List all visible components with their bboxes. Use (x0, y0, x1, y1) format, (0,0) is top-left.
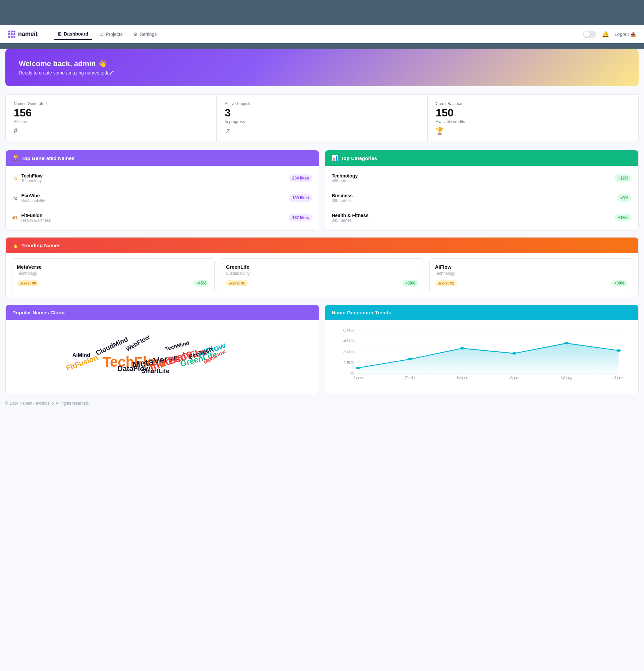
folder-icon: 🗂 (99, 31, 104, 37)
rank-badge: #3 (12, 215, 17, 220)
svg-text:Mar: Mar (456, 376, 467, 380)
trend-name: MetaVerse (17, 264, 209, 270)
logo-text: nameit (18, 30, 38, 38)
nav-settings[interactable]: ⚙ Settings (129, 29, 161, 40)
logout-icon: 📤 (630, 31, 636, 37)
word-cloud-header: Popular Names Cloud (6, 305, 319, 320)
arrow-up-icon: ↗ (225, 127, 419, 135)
trend-category: Technology (435, 271, 627, 276)
stat-credit-sub: Available credits (436, 119, 630, 124)
cat-count: 456 names (332, 178, 358, 183)
pct-badge: +45% (193, 280, 209, 287)
trend-name: GreenLife (226, 264, 418, 270)
name-title: FitFusion (21, 213, 51, 218)
score-badge: Score: 92 (435, 280, 457, 286)
svg-point-21 (616, 349, 621, 352)
likes-badge: 189 likes (289, 194, 312, 202)
word-cloud-body: TechFlowDataFlowMetaVerseEcoVibeInnovate… (6, 320, 319, 394)
pct-badge: +38% (402, 280, 418, 287)
name-category: Technology (21, 178, 42, 183)
svg-text:0: 0 (350, 372, 354, 376)
likes-badge: 234 likes (289, 175, 312, 182)
panels-row: 🏆 Top Generated Names #1 TechFlow Techno… (5, 150, 639, 230)
trend-name: AiFlow (435, 264, 627, 270)
stat-names-generated: Names Generated 156 All time # (5, 94, 217, 142)
svg-text:150: 150 (343, 361, 354, 365)
stat-projects-sub: In progress (225, 119, 419, 124)
main-content: Welcome back, admin 👋 Ready to create so… (0, 49, 644, 671)
svg-text:300: 300 (343, 350, 354, 354)
logo-icon (8, 30, 15, 38)
list-item: MetaVerse Technology Score: 98 +45% (11, 258, 215, 292)
rank-badge: #1 (12, 176, 17, 181)
list-item: Health & Fitness 345 names +15% (325, 208, 638, 227)
line-chart: 6004503001500JanFebMarAprMayJun (332, 327, 632, 384)
svg-point-18 (460, 347, 465, 350)
stat-credit-balance: Credit Balance 150 Available credits 🏆 (428, 94, 639, 142)
bottom-panels: Popular Names Cloud TechFlowDataFlowMeta… (5, 305, 639, 394)
fire-icon: 🔥 (12, 242, 19, 248)
chart-panel: Name Generation Trends 6004503001500JanF… (325, 305, 639, 394)
toggle-knob (584, 31, 590, 37)
top-categories-body: Technology 456 names +12% Business 389 n… (325, 166, 638, 230)
trend-category: Technology (17, 271, 209, 276)
stat-projects-label: Active Projects (225, 101, 419, 106)
name-category: Sustainability (21, 198, 45, 203)
cat-count: 345 names (332, 218, 369, 223)
stat-names-label: Names Generated (14, 101, 208, 106)
cat-count: 389 names (332, 198, 352, 203)
top-names-header: 🏆 Top Generated Names (6, 150, 319, 166)
logout-button[interactable]: Logout 📤 (615, 31, 636, 37)
word-cloud-panel: Popular Names Cloud TechFlowDataFlowMeta… (5, 305, 319, 394)
nav-dashboard[interactable]: ⊞ Dashboard (54, 28, 92, 40)
trophy-icon: 🏆 (12, 155, 19, 161)
word-cloud-word[interactable]: AiMind (73, 352, 90, 358)
footer: © 2024 Nameit - avxlabs.io. All rights r… (5, 401, 639, 406)
trending-section: 🔥 Trending Names MetaVerse Technology Sc… (5, 237, 639, 298)
stat-names-sub: All time (14, 119, 208, 124)
chart-header: Name Generation Trends (325, 305, 638, 320)
list-item: AiFlow Technology Score: 92 +30% (429, 258, 633, 292)
rank-badge: #2 (12, 195, 17, 201)
svg-point-17 (408, 358, 412, 360)
hash-icon: # (14, 127, 208, 135)
hero-subtitle: Ready to create some amazing names today… (19, 70, 625, 75)
theme-toggle[interactable] (583, 30, 596, 38)
word-cloud: TechFlowDataFlowMetaVerseEcoVibeInnovate… (12, 327, 312, 387)
word-cloud-word[interactable]: WebFlow (125, 333, 151, 353)
nav-projects[interactable]: 🗂 Projects (95, 29, 127, 40)
svg-text:Apr: Apr (509, 376, 519, 380)
list-item: Technology 456 names +12% (325, 168, 638, 188)
stat-credit-value: 150 (436, 107, 630, 118)
list-item: #3 FitFusion Health & Fitness 167 likes (6, 208, 319, 227)
top-categories-header: 📊 Top Categories (325, 150, 638, 166)
svg-text:450: 450 (343, 339, 354, 343)
trophy-icon: 🏆 (436, 127, 630, 135)
score-badge: Score: 95 (226, 280, 248, 286)
svg-text:Jun: Jun (613, 376, 623, 380)
top-categories-panel: 📊 Top Categories Technology 456 names +1… (325, 150, 639, 230)
name-title: EcoVibe (21, 193, 45, 198)
navbar: nameit ⊞ Dashboard 🗂 Projects ⚙ Settings… (0, 25, 644, 43)
top-names-panel: 🏆 Top Generated Names #1 TechFlow Techno… (5, 150, 319, 230)
stat-credit-label: Credit Balance (436, 101, 630, 106)
name-title: TechFlow (21, 173, 42, 178)
stats-row: Names Generated 156 All time # Active Pr… (5, 94, 639, 142)
chart-body: 6004503001500JanFebMarAprMayJun (325, 320, 638, 394)
chart-icon: 📊 (332, 155, 338, 161)
trending-header: 🔥 Trending Names (6, 238, 638, 253)
notification-bell-icon[interactable]: 🔔 (602, 30, 609, 38)
cat-name: Business (332, 193, 352, 198)
nav-right: 🔔 Logout 📤 (583, 30, 636, 38)
trend-category: Sustainability (226, 271, 418, 276)
svg-text:May: May (560, 376, 572, 380)
top-names-body: #1 TechFlow Technology 234 likes #2 EcoV… (6, 166, 319, 230)
likes-badge: 167 likes (289, 214, 312, 221)
list-item: #2 EcoVibe Sustainability 189 likes (6, 188, 319, 208)
word-cloud-word[interactable]: SmartLife (141, 368, 169, 375)
stat-active-projects: Active Projects 3 In progress ↗ (217, 94, 428, 142)
list-item: #1 TechFlow Technology 234 likes (6, 168, 319, 188)
list-item: Business 389 names +8% (325, 188, 638, 208)
stat-names-value: 156 (14, 107, 208, 118)
cat-name: Health & Fitness (332, 213, 369, 218)
